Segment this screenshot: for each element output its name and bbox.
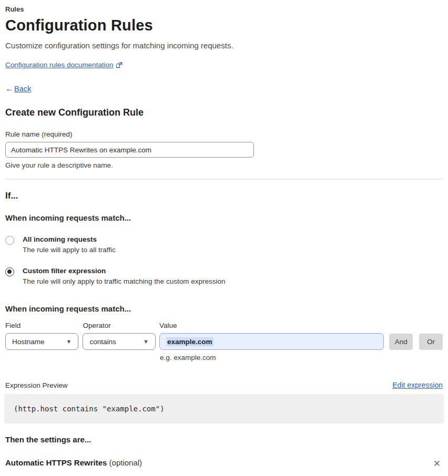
section-divider bbox=[5, 179, 443, 180]
field-select-value: Hostname bbox=[12, 338, 45, 346]
rule-name-input[interactable] bbox=[5, 142, 254, 158]
radio-label: Custom filter expression bbox=[23, 267, 225, 275]
radio-option-all-incoming-requests[interactable]: All incoming requests The rule will appl… bbox=[5, 235, 443, 254]
chevron-down-icon: ▼ bbox=[66, 338, 72, 345]
external-link-icon bbox=[116, 62, 123, 68]
value-input[interactable]: example.com bbox=[159, 333, 384, 350]
then-settings-heading: Then the settings are... bbox=[5, 435, 443, 444]
close-icon[interactable]: ✕ bbox=[431, 458, 443, 469]
edit-expression-link[interactable]: Edit expression bbox=[392, 381, 443, 389]
radio-description: The rule will only apply to traffic matc… bbox=[23, 277, 225, 285]
chevron-down-icon: ▼ bbox=[143, 338, 149, 345]
back-arrow-icon: ← bbox=[5, 84, 14, 94]
field-select[interactable]: Hostname ▼ bbox=[5, 333, 78, 350]
radio-selected-icon[interactable] bbox=[5, 267, 14, 276]
configuration-rules-page: Rules Configuration Rules Customize conf… bbox=[0, 0, 448, 476]
and-button[interactable]: And bbox=[389, 334, 413, 350]
create-rule-heading: Create new Configuration Rule bbox=[5, 107, 443, 118]
expression-preview-label: Expression Preview bbox=[5, 381, 68, 389]
setting-title-name: Automatic HTTPS Rewrites bbox=[5, 458, 107, 467]
operator-select[interactable]: contains ▼ bbox=[83, 333, 155, 350]
expression-preview-code-block: (http.host contains "example.com") bbox=[4, 394, 444, 423]
value-input-text: example.com bbox=[166, 337, 213, 346]
setting-title: Automatic HTTPS Rewrites (optional) bbox=[5, 458, 142, 467]
match-heading: When incoming requests match... bbox=[5, 213, 443, 222]
page-title: Configuration Rules bbox=[5, 17, 443, 34]
value-column-label: Value bbox=[159, 322, 384, 329]
page-subtitle: Customize configuration settings for mat… bbox=[5, 41, 443, 50]
breadcrumb: Rules bbox=[5, 5, 443, 13]
value-help-text: e.g. example.com bbox=[160, 354, 443, 361]
field-column-label: Field bbox=[5, 322, 78, 329]
expression-code: (http.host contains "example.com") bbox=[14, 405, 165, 413]
radio-description: The rule will apply to all traffic bbox=[23, 246, 116, 254]
radio-option-custom-filter-expression[interactable]: Custom filter expression The rule will o… bbox=[5, 267, 443, 285]
radio-label: All incoming requests bbox=[23, 235, 116, 243]
builder-heading: When incoming requests match... bbox=[5, 304, 443, 313]
radio-unselected-icon[interactable] bbox=[5, 236, 14, 245]
rule-name-help: Give your rule a descriptive name. bbox=[5, 161, 443, 169]
if-heading: If... bbox=[5, 191, 443, 201]
rule-name-label: Rule name (required) bbox=[5, 130, 443, 138]
or-button[interactable]: Or bbox=[419, 334, 443, 350]
operator-column-label: Operator bbox=[83, 322, 155, 329]
operator-select-value: contains bbox=[89, 338, 116, 346]
back-link[interactable]: Back bbox=[14, 85, 31, 93]
setting-title-optional: (optional) bbox=[107, 458, 142, 467]
documentation-link[interactable]: Configuration rules documentation bbox=[5, 61, 114, 69]
